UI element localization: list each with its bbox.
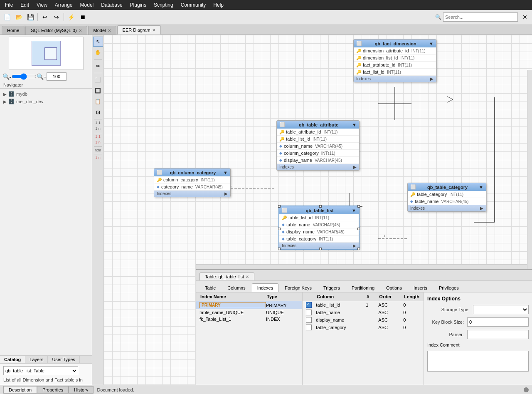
tree-item-mei[interactable]: ▶ 🗄️ mei_dim_dev <box>2 98 90 105</box>
tool-group[interactable]: ⊡ <box>93 107 103 117</box>
index-col-checkbox-3[interactable] <box>306 317 312 323</box>
eer-indexes[interactable]: Indexes▶ <box>154 191 230 197</box>
tree-item-mydb[interactable]: ▶ 🗄️ mydb <box>2 90 90 98</box>
eer-row: 🔑fact_attribute_idINT(11) <box>354 62 436 69</box>
menu-view[interactable]: View <box>33 1 51 9</box>
eer-table-qb-table-category[interactable]: ⬜ qb_table_category ▼ 🔑table_categoryINT… <box>407 183 486 212</box>
eer-indexes[interactable]: Indexes▶ <box>277 164 359 170</box>
canvas-vscroll[interactable] <box>527 70 532 269</box>
menu-scripting[interactable]: Scripting <box>150 1 177 9</box>
status-tab-history[interactable]: History <box>69 386 94 394</box>
tree-toggle-mydb[interactable]: ▶ <box>3 92 7 97</box>
eer-row: 🔑table_list_idINT(11) <box>279 214 359 221</box>
editor-tab-foreign-keys[interactable]: Foreign Keys <box>279 283 317 292</box>
key-block-input[interactable] <box>467 317 529 327</box>
tree-label-mydb: mydb <box>16 92 27 97</box>
table-menu-icon[interactable]: ▼ <box>352 208 356 213</box>
undo-button[interactable]: ↩ <box>39 12 50 22</box>
table-menu-icon[interactable]: ▼ <box>352 122 357 127</box>
table-icon: ⬜ <box>157 170 163 175</box>
menu-community[interactable]: Community <box>177 1 209 9</box>
tool-table[interactable]: ⬜ <box>93 75 103 85</box>
eer-indexes[interactable]: Indexes▶ <box>354 76 436 82</box>
canvas-area[interactable]: + + ⬜ qb_fact_dimension ▼ <box>104 35 532 394</box>
eer-table-qb-table-attribute[interactable]: ⬜ qb_table_attribute ▼ 🔑table_attribute_… <box>276 120 360 171</box>
new-button[interactable]: 📄 <box>2 12 12 22</box>
index-col-checkbox-2[interactable] <box>306 310 312 315</box>
status-tab-properties[interactable]: Properties <box>37 386 69 394</box>
editor-tab-columns[interactable]: Columns <box>222 283 251 292</box>
parser-input[interactable] <box>467 330 529 339</box>
open-button[interactable]: 📂 <box>13 12 24 22</box>
tool-hand[interactable]: ✋ <box>93 47 103 57</box>
menu-plugins[interactable]: Plugins <box>127 1 150 9</box>
tool-select[interactable]: ↖ <box>93 37 103 47</box>
tab-home[interactable]: Home <box>2 26 25 35</box>
zoom-in-button[interactable]: 🔍+ <box>37 72 46 81</box>
editor-tab-table[interactable]: Table <box>200 283 221 292</box>
stop-button[interactable]: ⏹ <box>77 12 88 22</box>
index-col-checkbox-1[interactable] <box>306 302 312 308</box>
menu-model[interactable]: Model <box>77 1 97 9</box>
menu-file[interactable]: File <box>2 1 16 9</box>
navigator-label: Navigator <box>0 82 92 89</box>
tree-toggle-mei[interactable]: ▶ <box>3 99 7 104</box>
tool-eraser[interactable]: ✏ <box>93 61 103 71</box>
index-col-row-1[interactable]: table_list_id 1 ASC 0 <box>303 301 424 309</box>
info-table-select[interactable]: qb_table_list: Table <box>3 366 78 375</box>
eer-indexes[interactable]: Indexes▶ <box>408 205 486 211</box>
zoom-value-input[interactable] <box>47 72 66 81</box>
editor-tab-inserts[interactable]: Inserts <box>408 283 433 292</box>
canvas-hscroll[interactable] <box>196 264 532 269</box>
col-check <box>306 294 316 299</box>
save-button[interactable]: 💾 <box>25 12 36 22</box>
index-comment-textarea[interactable] <box>427 351 529 372</box>
table-menu-icon[interactable]: ▼ <box>429 41 433 46</box>
tab-eer-diagram[interactable]: EER Diagram ✕ <box>117 25 161 35</box>
search-input[interactable] <box>443 12 518 22</box>
tab-eer-close[interactable]: ✕ <box>152 28 155 32</box>
fk-icon: ◆ <box>410 199 413 203</box>
editor-tab-partitioning[interactable]: Partitioning <box>346 283 380 292</box>
bottom-tab-table-list[interactable]: Table: qb_table_list ✕ <box>200 273 254 280</box>
editor-tab-options[interactable]: Options <box>381 283 407 292</box>
search-clear-button[interactable]: ✕ <box>520 12 530 22</box>
index-col-checkbox-4[interactable] <box>306 325 312 330</box>
tool-view[interactable]: 🔲 <box>93 86 103 96</box>
status-tab-description[interactable]: Description <box>3 386 37 394</box>
editor-tab-indexes[interactable]: Indexes <box>252 283 279 292</box>
bottom-tab-close[interactable]: ✕ <box>246 275 249 279</box>
index-col-row-2[interactable]: table_name ASC 0 <box>303 309 424 316</box>
storage-type-select[interactable] <box>473 305 529 314</box>
menu-edit[interactable]: Edit <box>17 1 32 9</box>
zoom-out-button[interactable]: 🔍- <box>2 72 11 81</box>
menu-database[interactable]: Database <box>98 1 126 9</box>
menu-arrange[interactable]: Arrange <box>52 1 76 9</box>
eer-table-qb-table-list[interactable]: ⬜ qb_table_list ▼ 🔑table_list_idINT(11) … <box>278 206 360 250</box>
index-row-primary[interactable]: PRIMARY PRIMARY <box>196 301 302 309</box>
editor-tab-triggers[interactable]: Triggers <box>318 283 345 292</box>
tab-model[interactable]: Model ✕ <box>88 26 116 35</box>
tab-model-close[interactable]: ✕ <box>108 28 111 33</box>
tool-routine[interactable]: 📋 <box>93 97 103 107</box>
panel-tab-layers[interactable]: Layers <box>25 356 48 363</box>
index-col-row-3[interactable]: display_name ASC 0 <box>303 316 424 324</box>
editor-tab-privileges[interactable]: Privileges <box>433 283 464 292</box>
index-col-row-4[interactable]: table_category ASC 0 <box>303 324 424 331</box>
eer-table-qb-fact-dimension[interactable]: ⬜ qb_fact_dimension ▼ 🔑dimension_attribu… <box>353 39 436 82</box>
redo-button[interactable]: ↪ <box>51 12 62 22</box>
panel-tab-user-types[interactable]: User Types <box>48 356 79 363</box>
tab-sql-close[interactable]: ✕ <box>79 28 82 33</box>
zoom-slider[interactable] <box>12 73 37 80</box>
execute-button[interactable]: ⚡ <box>66 12 76 22</box>
table-menu-icon[interactable]: ▼ <box>479 185 483 190</box>
index-row-unique[interactable]: table_name_UNIQUE UNIQUE <box>196 309 302 316</box>
eer-table-qb-column-category[interactable]: ⬜ qb_column_category ▼ 🔑column_categoryI… <box>154 168 231 197</box>
index-type-primary: PRIMARY <box>266 303 299 308</box>
index-row-fk[interactable]: fk_Table_List_1 INDEX <box>196 316 302 322</box>
table-menu-icon[interactable]: ▼ <box>223 170 228 175</box>
index-options: Index Options Storage Type: Key Block Si… <box>424 292 532 394</box>
panel-tab-catalog[interactable]: Catalog <box>0 356 25 363</box>
tab-sql-editor[interactable]: SQL Editor (MySQL-0) ✕ <box>25 26 87 35</box>
menu-help[interactable]: Help <box>210 1 227 9</box>
